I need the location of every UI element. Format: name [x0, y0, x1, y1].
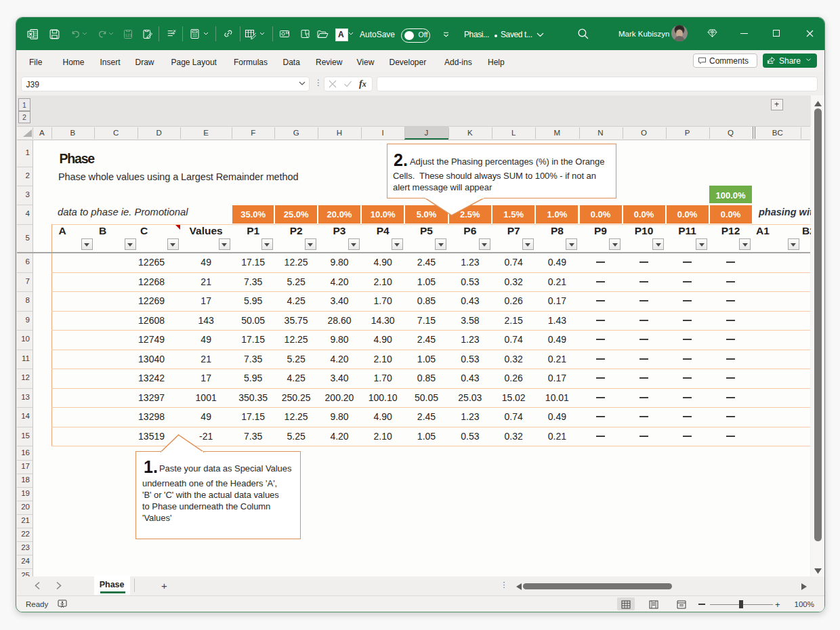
- svg-text:123: 123: [125, 33, 132, 37]
